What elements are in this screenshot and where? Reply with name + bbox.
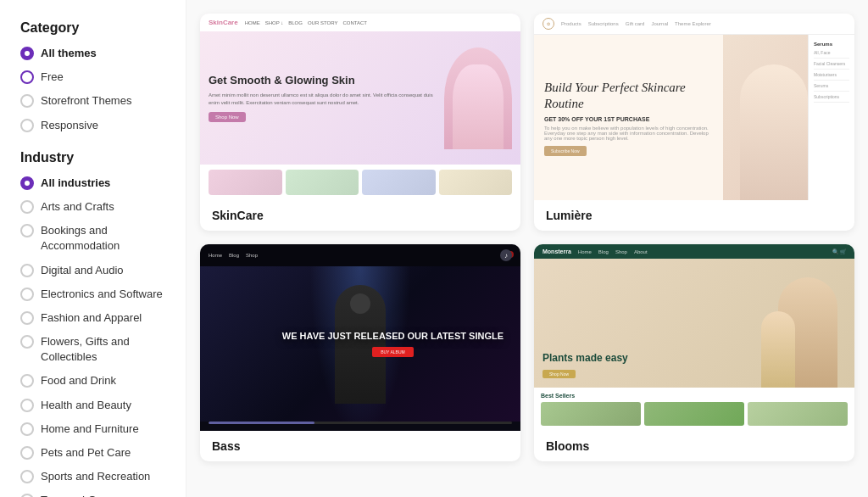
sidebar-item-health-beauty[interactable]: Health and Beauty <box>20 398 172 413</box>
theme-card-bass[interactable]: Home Blog Shop ♪ WE HAVE JUST RELEASED O… <box>200 244 520 461</box>
blooms-child-image <box>761 311 795 388</box>
sidebar-label-pets: Pets and Pet Care <box>41 445 131 461</box>
lumiere-hero: Build Your Perfect Skincare Routine GET … <box>534 35 854 200</box>
bass-nav-home: Home <box>209 253 222 258</box>
sidebar-item-pets[interactable]: Pets and Pet Care <box>20 445 172 461</box>
sidebar-label-all-themes: All themes <box>41 46 97 61</box>
blooms-products-section: Best Sellers <box>534 388 854 431</box>
skincare-product-1 <box>209 170 282 195</box>
sidebar-label-health-beauty: Health and Beauty <box>41 398 131 413</box>
radio-food-drink <box>20 374 34 388</box>
lumiere-sidebar-filter-3: Moisturisers <box>814 72 849 81</box>
sidebar-item-digital-audio[interactable]: Digital and Audio <box>20 263 172 278</box>
radio-toys-games <box>20 494 34 497</box>
radio-health-beauty <box>20 399 34 412</box>
sidebar-item-storefront[interactable]: Storefront Themes <box>20 93 172 109</box>
sidebar-item-electronics[interactable]: Electronics and Software <box>20 287 172 302</box>
nav-home: HOME <box>245 20 260 25</box>
sidebar-item-bookings[interactable]: Bookings and Accommodation <box>20 223 172 254</box>
skincare-model-image <box>444 47 512 149</box>
blooms-products-title: Best Sellers <box>541 393 848 399</box>
bass-progress-fill <box>209 422 314 424</box>
sidebar-label-storefront: Storefront Themes <box>41 93 131 109</box>
blooms-nav-about: About <box>634 249 648 254</box>
sidebar-item-responsive[interactable]: Responsive <box>20 118 172 133</box>
sidebar-label-all-industries: All industries <box>41 176 110 191</box>
radio-all-industries <box>20 176 34 190</box>
lumiere-sidebar-title: Serums <box>814 42 849 47</box>
lumiere-nav-link-journal: Journal <box>651 21 668 26</box>
skincare-logo: SkinCare <box>209 19 238 26</box>
blooms-hero: Plants made easy Shop Now <box>534 259 854 388</box>
sidebar-item-flowers[interactable]: Flowers, Gifts and Collectibles <box>20 334 172 365</box>
lumiere-logo-icon: ✿ <box>542 18 554 30</box>
skincare-text: Get Smooth & Glowing Skin Amet minim mol… <box>209 74 444 122</box>
bass-text-overlay: WE HAVE JUST RELEASED OUR LATEST SINGLE … <box>282 331 504 357</box>
blooms-cta: Shop Now <box>542 370 576 378</box>
theme-card-lumiere[interactable]: ✿ Products Subscriptions Gift card Journ… <box>534 14 854 231</box>
sidebar: Category All themes Free Storefront Them… <box>0 0 186 497</box>
sidebar-label-home-furniture: Home and Furniture <box>41 422 139 437</box>
blooms-nav-shop: Shop <box>615 249 627 254</box>
skincare-nav-links: HOME SHOP ↓ BLOG OUR STORY CONTACT <box>245 20 367 25</box>
radio-digital-audio <box>20 264 34 277</box>
lumiere-nav-link-gift: Gift card <box>626 21 645 26</box>
sidebar-label-flowers: Flowers, Gifts and Collectibles <box>41 334 172 365</box>
themes-grid-container: SkinCare HOME SHOP ↓ BLOG OUR STORY CONT… <box>186 0 868 497</box>
blooms-hero-image: Plants made easy Shop Now <box>534 259 854 388</box>
bass-music-icon: ♪ <box>500 249 512 261</box>
sidebar-item-arts-crafts[interactable]: Arts and Crafts <box>20 199 172 215</box>
nav-story: OUR STORY <box>308 20 337 25</box>
blooms-product-1 <box>541 402 641 426</box>
sidebar-item-home-furniture[interactable]: Home and Furniture <box>20 422 172 437</box>
skincare-nav: SkinCare HOME SHOP ↓ BLOG OUR STORY CONT… <box>200 14 520 31</box>
lumiere-nav-link-products: Products <box>561 21 581 26</box>
sidebar-label-fashion: Fashion and Apparel <box>41 310 142 326</box>
bass-preview: Home Blog Shop ♪ WE HAVE JUST RELEASED O… <box>200 244 520 431</box>
bass-headline: WE HAVE JUST RELEASED OUR LATEST SINGLE <box>282 331 504 342</box>
sidebar-item-toys-games[interactable]: Toys and Games <box>20 493 172 497</box>
blooms-product-grid <box>541 402 848 426</box>
skincare-theme-name: SkinCare <box>200 200 520 231</box>
radio-home-furniture <box>20 422 34 436</box>
bass-hero: WE HAVE JUST RELEASED OUR LATEST SINGLE … <box>200 266 520 422</box>
themes-grid: SkinCare HOME SHOP ↓ BLOG OUR STORY CONT… <box>200 14 854 461</box>
sidebar-label-toys-games: Toys and Games <box>41 493 124 497</box>
skincare-cta: Shop Now <box>209 112 246 122</box>
radio-arts-crafts <box>20 200 34 214</box>
sidebar-item-free[interactable]: Free <box>20 70 172 85</box>
lumiere-nav-link-subscriptions: Subscriptions <box>588 21 619 26</box>
bass-nav-blog: Blog <box>229 253 239 258</box>
lumiere-model-image <box>740 64 808 200</box>
theme-card-skincare[interactable]: SkinCare HOME SHOP ↓ BLOG OUR STORY CONT… <box>200 14 520 231</box>
sidebar-item-all-industries[interactable]: All industries <box>20 176 172 191</box>
skincare-product-2 <box>286 170 359 195</box>
sidebar-label-bookings: Bookings and Accommodation <box>41 223 172 254</box>
sidebar-item-food-drink[interactable]: Food and Drink <box>20 373 172 388</box>
blooms-nav-blog: Blog <box>598 249 609 254</box>
bass-nav: Home Blog Shop ♪ <box>200 244 520 266</box>
category-heading: Category <box>20 20 172 36</box>
lumiere-right-image <box>723 35 808 200</box>
bass-theme-name: Bass <box>200 431 520 461</box>
sidebar-item-fashion[interactable]: Fashion and Apparel <box>20 310 172 326</box>
lumiere-sidebar-filter-4: Serums <box>814 83 849 92</box>
lumiere-left-panel: Build Your Perfect Skincare Routine GET … <box>534 35 723 200</box>
radio-all-themes <box>20 47 34 60</box>
blooms-logo: Monsterra <box>542 248 571 254</box>
radio-bookings <box>20 224 34 237</box>
theme-card-blooms[interactable]: Monsterra Home Blog Shop About 🔍 🛒 Plant… <box>534 244 854 461</box>
sidebar-item-sports[interactable]: Sports and Recreation <box>20 469 172 484</box>
sidebar-label-electronics: Electronics and Software <box>41 287 163 302</box>
lumiere-cta: Subscribe Now <box>544 146 587 156</box>
sidebar-label-sports: Sports and Recreation <box>41 469 150 484</box>
radio-free <box>20 70 34 84</box>
skincare-body: Amet minim mollit non deserunt ullamco e… <box>209 92 444 107</box>
lumiere-theme-name: Lumière <box>534 200 854 231</box>
blooms-product-3 <box>748 402 848 426</box>
sidebar-item-all-themes[interactable]: All themes <box>20 46 172 61</box>
radio-electronics <box>20 288 34 301</box>
industry-heading: Industry <box>20 150 172 165</box>
nav-contact: CONTACT <box>342 20 367 25</box>
blooms-nav: Monsterra Home Blog Shop About 🔍 🛒 <box>534 244 854 259</box>
